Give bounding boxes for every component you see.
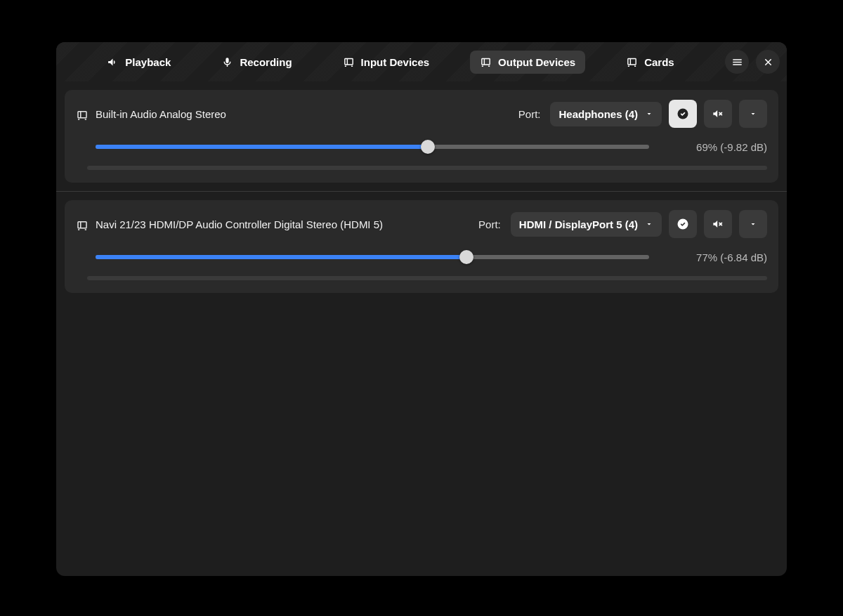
close-icon	[763, 57, 773, 67]
set-fallback-button[interactable]	[669, 100, 697, 128]
volume-row: 69% (-9.82 dB)	[96, 139, 767, 155]
port-label: Port:	[518, 108, 541, 120]
tab-label: Output Devices	[498, 56, 575, 68]
port-dropdown[interactable]: Headphones (4)	[550, 102, 662, 126]
expand-advanced-button[interactable]	[739, 100, 767, 128]
hamburger-icon	[731, 56, 743, 68]
volume-row: 77% (-6.84 dB)	[96, 249, 767, 265]
port-label: Port:	[478, 218, 501, 230]
svg-rect-5	[78, 222, 86, 228]
tab-bar: Playback Recording Input Devices Output …	[63, 51, 718, 74]
close-button[interactable]	[756, 50, 780, 74]
output-device-card: Built-in Audio Analog Stereo Port: Headp…	[65, 90, 778, 183]
slider-fill	[96, 255, 466, 259]
card-icon	[76, 219, 89, 232]
header-bar: Playback Recording Input Devices Output …	[56, 42, 787, 81]
volume-readout: 69% (-9.82 dB)	[662, 141, 767, 153]
tab-cards[interactable]: Cards	[616, 51, 684, 74]
slider-fill	[96, 145, 428, 149]
volume-slider[interactable]	[96, 139, 649, 155]
tab-output-devices[interactable]: Output Devices	[470, 51, 585, 74]
chevron-down-icon	[749, 110, 757, 118]
tab-label: Playback	[125, 56, 171, 68]
device-list: Built-in Audio Analog Stereo Port: Headp…	[56, 81, 787, 576]
chevron-down-icon	[749, 220, 757, 228]
volume-readout: 77% (-6.84 dB)	[662, 251, 767, 263]
port-selected-value: Headphones (4)	[558, 108, 638, 120]
device-name: Built-in Audio Analog Stereo	[96, 108, 226, 120]
tab-label: Input Devices	[361, 56, 430, 68]
chevron-down-icon	[645, 220, 653, 228]
hamburger-menu-button[interactable]	[725, 50, 749, 74]
port-selected-value: HDMI / DisplayPort 5 (4)	[519, 218, 638, 230]
card-icon	[480, 56, 492, 68]
mute-button[interactable]	[704, 100, 732, 128]
slider-thumb[interactable]	[421, 140, 435, 154]
card-icon	[76, 109, 89, 122]
chevron-down-icon	[645, 110, 653, 118]
expand-advanced-button[interactable]	[739, 210, 767, 238]
mute-button[interactable]	[704, 210, 732, 238]
device-header-row: Navi 21/23 HDMI/DP Audio Controller Digi…	[76, 210, 767, 238]
mic-icon	[221, 56, 233, 68]
svg-rect-1	[482, 58, 490, 65]
device-header-row: Built-in Audio Analog Stereo Port: Headp…	[76, 100, 767, 128]
check-circle-icon	[676, 217, 690, 231]
speaker-mute-icon	[711, 217, 725, 231]
tab-recording[interactable]: Recording	[211, 51, 301, 74]
svg-rect-2	[628, 58, 636, 65]
volume-slider[interactable]	[96, 249, 649, 265]
tab-label: Cards	[644, 56, 674, 68]
device-name: Navi 21/23 HDMI/DP Audio Controller Digi…	[96, 218, 383, 230]
level-meter	[87, 166, 767, 170]
tab-label: Recording	[240, 56, 292, 68]
speaker-icon	[107, 56, 119, 68]
svg-rect-0	[344, 58, 352, 65]
tab-playback[interactable]: Playback	[97, 51, 181, 74]
card-icon	[626, 56, 638, 68]
slider-thumb[interactable]	[459, 250, 473, 264]
divider	[56, 191, 787, 192]
tab-input-devices[interactable]: Input Devices	[333, 51, 440, 74]
level-meter	[87, 276, 767, 280]
port-dropdown[interactable]: HDMI / DisplayPort 5 (4)	[511, 212, 662, 237]
output-device-card: Navi 21/23 HDMI/DP Audio Controller Digi…	[65, 200, 778, 293]
speaker-mute-icon	[711, 107, 725, 121]
volume-control-window: Playback Recording Input Devices Output …	[56, 42, 787, 576]
set-fallback-button[interactable]	[669, 210, 697, 238]
svg-rect-3	[78, 112, 86, 118]
card-icon	[343, 56, 355, 68]
check-circle-icon	[676, 107, 690, 121]
